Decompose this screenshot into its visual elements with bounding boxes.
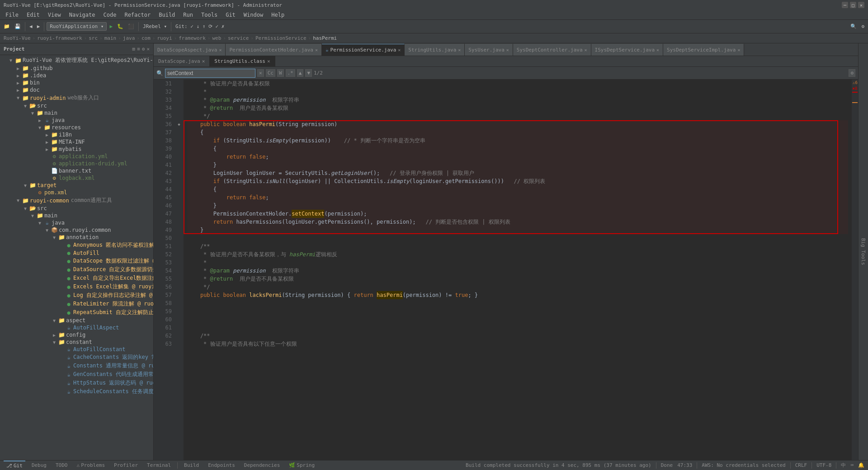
tree-admin[interactable]: ▼ 📁 ruoyi-admin web服务入口 <box>0 94 153 102</box>
breadcrumb-main[interactable]: main <box>104 35 117 41</box>
tree-app-druid-yml[interactable]: ⚙ application-druid.yml <box>0 160 153 167</box>
tab-close-icon[interactable]: ✕ <box>737 47 740 52</box>
tab-close-icon[interactable]: ✕ <box>398 47 401 52</box>
search-input[interactable] <box>165 69 255 78</box>
tree-autofilconst[interactable]: ☕ AutoFillConstant <box>0 346 153 353</box>
maximize-btn[interactable]: □ <box>850 2 856 8</box>
toolbar-forward-btn[interactable]: ▶ <box>35 23 42 30</box>
tree-constants[interactable]: ☕ Constants 通用常量信息 @ ruoyi <box>0 362 153 370</box>
tab-datascope-aspect[interactable]: DataScopeAspect.java ✕ <box>154 44 226 56</box>
tree-anonymous[interactable]: ● Anonymous 匿名访问不鉴权注解 @ ruoyi <box>0 241 153 249</box>
stop-btn[interactable]: ⬛ <box>126 23 136 30</box>
run-btn[interactable]: ▶ <box>108 23 114 30</box>
toolbar-back-btn[interactable]: ◀ <box>28 23 34 30</box>
tree-log[interactable]: ● Log 自定义操作日志记录注解 @ ruoyi <box>0 291 153 300</box>
tree-mybatis[interactable]: ▶ 📁 mybatis <box>0 146 153 153</box>
tab-close-icon[interactable]: ✕ <box>585 47 587 52</box>
tree-src[interactable]: ▼ 📂 src <box>0 102 153 109</box>
tree-doc[interactable]: ▶ 📁 doc <box>0 86 153 94</box>
search-everywhere-btn[interactable]: 🔍 <box>849 23 859 30</box>
tree-ratelimiter[interactable]: ● RateLimiter 限流注解 @ ruoyi <box>0 300 153 308</box>
tab-close[interactable]: ✕ <box>267 58 270 64</box>
tree-target[interactable]: ▼ 📁 target <box>0 182 153 189</box>
tab-close-icon[interactable]: ✕ <box>458 47 461 52</box>
menu-view[interactable]: View <box>44 11 65 19</box>
tree-idea[interactable]: ▶ 📁 .idea <box>0 72 153 79</box>
tree-main[interactable]: ▼ 📁 main <box>0 109 153 117</box>
tree-com-ruoyi-common[interactable]: ▼ 📦 com.ruoyi.common <box>0 226 153 234</box>
toolbar-save-btn[interactable]: 💾 <box>13 23 23 30</box>
tree-aspect-folder[interactable]: ▼ 📁 aspect <box>0 317 153 324</box>
minimize-btn[interactable]: ─ <box>842 2 848 8</box>
menu-window[interactable]: Window <box>240 11 267 19</box>
breadcrumb-web[interactable]: web <box>212 35 221 41</box>
breadcrumb-src[interactable]: src <box>89 35 98 41</box>
tree-datasource[interactable]: ● DataSource 自定义多数据源切换注解 @ ruoyi <box>0 265 153 274</box>
tab-close[interactable]: ✕ <box>202 58 205 64</box>
menu-code[interactable]: Code <box>100 11 120 19</box>
tab-sys-user[interactable]: SysUser.java ✕ <box>465 44 513 56</box>
tab-isys-dept-service[interactable]: ISysDeptService.java ✕ <box>591 44 663 56</box>
tab-permission-service[interactable]: ☕ PermissionService.java ✕ <box>322 44 405 56</box>
menu-run[interactable]: Run <box>179 11 197 19</box>
jrebel-btn[interactable]: JRebel ▾ <box>141 23 169 30</box>
menu-git[interactable]: Git <box>222 11 239 19</box>
bookmark-icon[interactable]: ◆ <box>178 120 180 128</box>
bottom-tab-build[interactable]: Build <box>181 461 202 470</box>
tree-scheduleconst[interactable]: ☕ ScheduleConstants 任务调度通用常量 @ ruoyi <box>0 387 153 396</box>
file-tabs[interactable]: DataScopeAspect.java ✕ PermissionContext… <box>154 43 858 56</box>
menu-navigate[interactable]: Navigate <box>66 11 99 19</box>
search-clear-btn[interactable]: ✕ <box>257 69 264 77</box>
notifications-icon[interactable]: 🔔 <box>858 462 864 468</box>
tab-close-icon[interactable]: ✕ <box>315 47 318 52</box>
bottom-tab-debug[interactable]: Debug <box>29 461 49 470</box>
tree-common-java[interactable]: ▼ ☕ java <box>0 219 153 226</box>
search-filter-btn[interactable]: ⚙ <box>849 69 855 77</box>
tree-config-folder[interactable]: ▶ 📁 config <box>0 331 153 338</box>
bottom-tab-dependencies[interactable]: Dependencies <box>241 461 283 470</box>
tree-genconst[interactable]: ☕ GenConstants 代码生成通用常量 @ ruoyi <box>0 370 153 379</box>
tree-cacheconst[interactable]: ☕ CacheConstants 返回的key 常量 @ ruoyi <box>0 353 153 362</box>
sidebar-tree[interactable]: ▼ 📁 RuoYi-Vue 若依管理系统 E:\gitRepos2\RuoYi-… <box>0 55 153 460</box>
tree-constant-folder[interactable]: ▼ 📁 constant <box>0 338 153 346</box>
tree-datascope[interactable]: ● DataScope 数据权限过滤注解 @ ruoyi <box>0 257 153 265</box>
menu-edit[interactable]: Edit <box>23 11 43 19</box>
breadcrumb-haspermi[interactable]: hasPermi <box>313 35 337 41</box>
tab-close-icon[interactable]: ✕ <box>656 47 659 52</box>
tab-permission-context-holder[interactable]: PermissionContextHolder.java ✕ <box>226 44 321 56</box>
secondary-tabs[interactable]: DataScope.java ✕ StringUtils.class ✕ <box>154 56 858 67</box>
bottom-tab-profiler[interactable]: Profiler <box>111 461 141 470</box>
bottom-tab-spring[interactable]: 🌿 Spring <box>286 461 317 470</box>
tab-sys-dept-controller[interactable]: SysDeptController.java ✕ <box>513 44 591 56</box>
tree-banner-txt[interactable]: 📄 banner.txt <box>0 167 153 174</box>
git-status-btn[interactable]: Git: ✓ ↓ ↑ ⟳ ✓ ✗ <box>174 23 226 30</box>
menu-file[interactable]: File <box>2 11 22 19</box>
code-content[interactable]: * 验证用户是否具备某权限 * * @param permission 权限字符… <box>184 80 852 460</box>
bottom-tab-terminal[interactable]: Terminal <box>144 461 174 470</box>
tab-close-icon[interactable]: ✕ <box>506 47 509 52</box>
bottom-tab-endpoints[interactable]: Endpoints <box>205 461 238 470</box>
secondary-tab-stringutils[interactable]: StringUtils.class ✕ <box>210 56 275 67</box>
big-tools-panel[interactable]: Big Tools <box>858 43 868 460</box>
tree-common[interactable]: ▼ 📁 ruoyi-common common通用工具 <box>0 196 153 205</box>
bottom-tab-problems[interactable]: ⚠ Problems <box>74 461 108 470</box>
tree-root[interactable]: ▼ 📁 RuoYi-Vue 若依管理系统 E:\gitRepos2\RuoYi-… <box>0 56 153 65</box>
tree-excels[interactable]: ● Excels Excel注解集 @ ruoyi <box>0 282 153 291</box>
tree-common-main[interactable]: ▼ 📁 main <box>0 212 153 219</box>
breadcrumb-service[interactable]: service <box>228 35 249 41</box>
menu-build[interactable]: Build <box>155 11 179 19</box>
bottom-tab-todo[interactable]: TODO <box>53 461 71 470</box>
search-prev-btn[interactable]: ▲ <box>297 69 304 77</box>
breadcrumb-ruoyi[interactable]: ruoyi <box>157 35 172 41</box>
settings-btn[interactable]: ⚙ <box>859 23 866 30</box>
tree-java[interactable]: ▶ ☕ java <box>0 117 153 124</box>
secondary-tab-datascope[interactable]: DataScope.java ✕ <box>154 56 210 67</box>
window-controls[interactable]: ─ □ ✕ <box>842 2 864 8</box>
tree-annotation-folder[interactable]: ▼ 📁 annotation <box>0 234 153 241</box>
breadcrumb-permservice[interactable]: PermissionService <box>255 35 307 41</box>
search-case-btn[interactable]: Cc <box>266 69 275 77</box>
tree-i18n[interactable]: ▶ 📁 i18n <box>0 131 153 138</box>
tab-close-icon[interactable]: ✕ <box>219 47 222 52</box>
sidebar-sort-icon[interactable]: ⊞ <box>132 46 136 52</box>
tree-bin[interactable]: ▶ 📁 bin <box>0 79 153 86</box>
